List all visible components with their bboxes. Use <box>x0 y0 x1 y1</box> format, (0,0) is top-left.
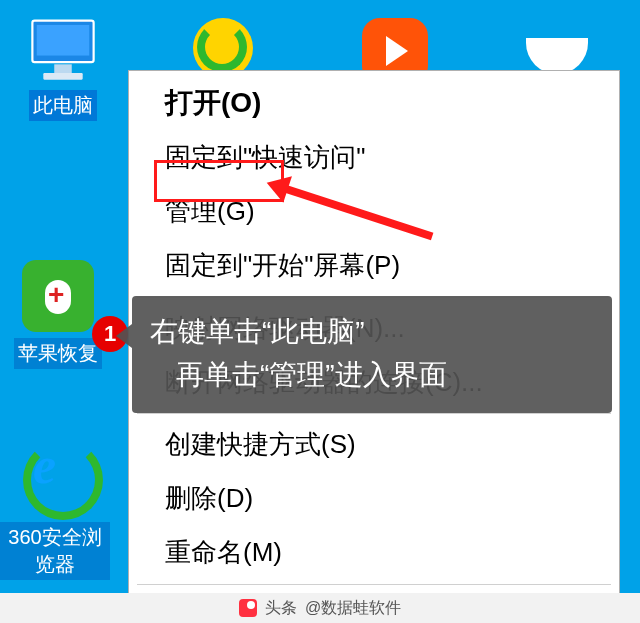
watermark-handle: @数据蛙软件 <box>305 598 401 619</box>
this-pc-icon <box>28 14 98 84</box>
instruction-callout: 右键单击“此电脑” 再单击“管理”进入界面 <box>132 296 612 413</box>
watermark-prefix: 头条 <box>265 598 297 619</box>
desktop-icon-label: 此电脑 <box>29 90 97 121</box>
callout-line-2: 再单击“管理”进入界面 <box>150 353 594 396</box>
watermark-footer: 头条 @数据蛙软件 <box>0 593 640 623</box>
360-browser-icon <box>15 436 95 516</box>
toutiao-logo-icon <box>239 599 257 617</box>
menu-item-pin-start[interactable]: 固定到"开始"屏幕(P) <box>129 239 619 293</box>
desktop-icon-label: 360安全浏览器 <box>0 522 110 580</box>
menu-item-rename[interactable]: 重命名(M) <box>129 526 619 580</box>
menu-item-manage[interactable]: 管理(G) <box>129 185 619 239</box>
svg-rect-1 <box>37 25 90 56</box>
desktop-icon-label: 苹果恢复 <box>14 338 102 369</box>
desktop-icon-this-pc[interactable]: 此电脑 <box>18 14 108 121</box>
recovery-icon <box>22 260 94 332</box>
svg-rect-3 <box>43 73 82 80</box>
360-icon <box>193 18 253 78</box>
menu-item-pin-quick-access[interactable]: 固定到"快速访问" <box>129 131 619 185</box>
menu-item-open[interactable]: 打开(O) <box>129 75 619 131</box>
desktop-icon-apple-recovery[interactable]: 苹果恢复 <box>8 260 108 369</box>
menu-separator <box>137 413 611 414</box>
callout-line-1: 右键单击“此电脑” <box>150 310 594 353</box>
svg-rect-2 <box>54 64 72 73</box>
desktop-icon-360-browser[interactable]: 360安全浏览器 <box>0 436 110 580</box>
menu-item-create-shortcut[interactable]: 创建快捷方式(S) <box>129 418 619 472</box>
menu-separator <box>137 584 611 585</box>
menu-item-delete[interactable]: 删除(D) <box>129 472 619 526</box>
